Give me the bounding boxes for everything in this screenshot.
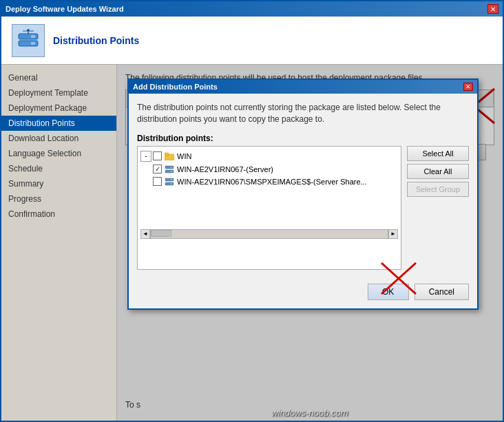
tree-label-win: WIN [177, 152, 191, 160]
svg-rect-11 [165, 153, 169, 156]
tree-checkbox-server1[interactable]: ✓ [153, 165, 162, 173]
scroll-right-btn[interactable]: ► [388, 229, 398, 239]
tree-node-server2[interactable]: WIN-AE2V1IRN067\SMSPXEIMAGES$-(Server Sh… [153, 176, 398, 188]
tree-node-win[interactable]: - WIN [140, 149, 398, 163]
svg-rect-3 [31, 42, 35, 45]
wizard-body: General Deployment Template Deployment P… [1, 65, 503, 422]
svg-point-15 [171, 171, 172, 172]
dialog-title-text: Add Distribution Points [133, 83, 218, 91]
sidebar-item-progress[interactable]: Progress [1, 191, 116, 207]
tree-area[interactable]: - WIN [137, 146, 401, 270]
tree-checkbox-server2[interactable] [153, 177, 162, 186]
sidebar-item-download-location[interactable]: Download Location [1, 131, 116, 146]
sidebar-item-deployment-template[interactable]: Deployment Template [1, 85, 116, 101]
wizard-header-title: Distribution Points [53, 35, 139, 46]
ok-button[interactable]: OK [368, 284, 409, 300]
dialog-body: The distribution points not currently st… [129, 94, 477, 278]
sidebar-item-summary[interactable]: Summary [1, 176, 116, 191]
dialog-description: The distribution points not currently st… [137, 102, 469, 125]
server-icon-1 [164, 165, 175, 174]
title-bar-close-button[interactable]: ✕ [487, 4, 498, 14]
right-buttons-panel: Select All Clear All Select Group [407, 146, 469, 270]
svg-rect-13 [165, 170, 174, 173]
dialog-section-label: Distribution points: [137, 134, 469, 143]
scroll-thumb[interactable] [151, 230, 171, 237]
svg-rect-1 [31, 35, 35, 38]
sidebar-item-general[interactable]: General [1, 70, 116, 85]
dialog-main-content: - WIN [137, 146, 469, 270]
scroll-left-btn[interactable]: ◄ [140, 229, 150, 239]
svg-rect-17 [165, 182, 174, 185]
tree-label-server2: WIN-AE2V1IRN067\SMSPXEIMAGES$-(Server Sh… [177, 178, 367, 186]
tree-checkbox-win[interactable] [153, 151, 162, 160]
svg-point-18 [171, 179, 172, 180]
dialog-close-button[interactable]: ✕ [463, 83, 473, 91]
dialog-title-bar: Add Distribution Points ✕ [129, 80, 477, 94]
tree-node-server1[interactable]: ✓ [153, 163, 398, 176]
dialog-overlay: Add Distribution Points ✕ The distributi… [117, 65, 503, 422]
tree-expand-win[interactable]: - [140, 151, 151, 162]
distribution-points-icon [12, 24, 45, 57]
tree-children: ✓ [140, 163, 398, 188]
select-group-button[interactable]: Select Group [407, 182, 469, 197]
sidebar-item-language-selection[interactable]: Language Selection [1, 146, 116, 161]
select-all-button[interactable]: Select All [407, 146, 469, 161]
dialog-footer: OK Cancel [129, 278, 477, 308]
svg-rect-12 [165, 166, 174, 169]
sidebar-item-distribution-points[interactable]: Distribution Points [1, 116, 116, 131]
title-bar: Deploy Software Updates Wizard ✕ [1, 1, 503, 17]
tree-label-server1: WIN-AE2V1IRN067-(Server) [177, 165, 273, 173]
sidebar-item-deployment-package[interactable]: Deployment Package [1, 101, 116, 116]
sidebar-item-confirmation[interactable]: Confirmation [1, 207, 116, 222]
add-distribution-points-dialog: Add Distribution Points ✕ The distributi… [127, 78, 479, 310]
scroll-track [150, 229, 388, 239]
cancel-button[interactable]: Cancel [414, 284, 469, 300]
ok-button-area: OK [368, 284, 409, 300]
folder-icon [164, 151, 175, 161]
horizontal-scrollbar[interactable]: ◄ ► [140, 229, 398, 239]
sidebar: General Deployment Template Deployment P… [1, 65, 117, 422]
svg-point-14 [171, 167, 172, 168]
server-icon-2 [164, 177, 175, 187]
title-bar-text: Deploy Software Updates Wizard [6, 5, 124, 13]
wizard-header: Distribution Points [1, 17, 503, 65]
clear-all-button[interactable]: Clear All [407, 164, 469, 179]
svg-rect-16 [165, 178, 174, 181]
wizard-window: Deploy Software Updates Wizard ✕ Distrib… [0, 0, 504, 422]
svg-point-19 [171, 183, 172, 184]
content-area: The following distribution points will b… [117, 65, 503, 422]
checkmark-server1: ✓ [155, 165, 160, 173]
sidebar-item-schedule[interactable]: Schedule [1, 161, 116, 176]
